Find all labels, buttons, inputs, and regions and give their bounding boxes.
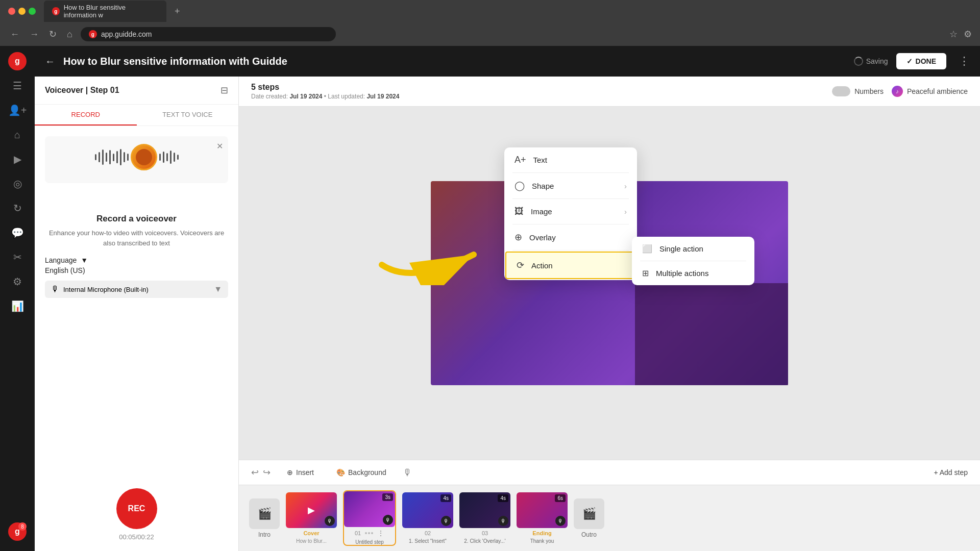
done-button[interactable]: ✓ DONE xyxy=(896,53,946,69)
insert-button[interactable]: ⊕ Insert xyxy=(281,465,320,480)
timeline-item-01[interactable]: 3s 🎙 01 ⋮ Untitled step xyxy=(343,490,396,546)
circle-icon: ◎ xyxy=(13,178,22,190)
sidebar-user-avatar[interactable]: g 8 xyxy=(6,520,29,543)
language-dropdown[interactable]: ▼ xyxy=(81,256,88,264)
timeline-item-ending[interactable]: 6s 🎙 Ending Thank you xyxy=(517,492,568,544)
sidebar-item-add-user[interactable]: 👤+ xyxy=(6,99,29,121)
settings-icon[interactable]: ⚙ xyxy=(964,29,972,40)
sidebar-item-menu[interactable]: ☰ xyxy=(6,74,29,97)
music-badge[interactable]: ♪ Peaceful ambience xyxy=(892,86,968,97)
sidebar-logo[interactable]: g xyxy=(6,50,29,72)
wave-bar-5 xyxy=(109,150,111,164)
step01-dots xyxy=(365,532,373,534)
wave-bar-1 xyxy=(95,154,96,160)
menu-item-overlay[interactable]: ⊕ Overlay xyxy=(504,224,637,250)
numbers-toggle[interactable]: Numbers xyxy=(832,86,884,96)
overlay-menu-icon: ⊕ xyxy=(514,232,522,243)
date-created: Jul 19 2024 xyxy=(289,93,322,100)
nav-home[interactable]: ⌂ xyxy=(65,27,75,42)
sidebar-item-circle[interactable]: ◎ xyxy=(6,172,29,195)
undo-button[interactable]: ↩ xyxy=(251,467,259,478)
insert-label: Insert xyxy=(296,468,314,477)
dot-minimize[interactable] xyxy=(18,8,26,15)
multiple-actions-icon: ⊞ xyxy=(642,268,649,278)
mic-text: Internal Microphone (Built-in) xyxy=(63,286,210,293)
sidebar-item-home[interactable]: ⌂ xyxy=(6,123,29,146)
single-action-label: Single action xyxy=(659,244,703,253)
new-tab-button[interactable]: + xyxy=(175,6,180,17)
menu-item-shape[interactable]: ◯ Shape › xyxy=(504,173,637,198)
browser-actions: ☆ ⚙ xyxy=(949,29,972,40)
shape-arrow-icon: › xyxy=(624,182,627,190)
wave-bar-13 xyxy=(166,153,168,161)
sidebar-item-puzzle[interactable]: ⚙ xyxy=(6,270,29,293)
rec-button[interactable]: REC xyxy=(116,488,157,529)
redo-button[interactable]: ↪ xyxy=(263,467,271,478)
music-label: Peaceful ambience xyxy=(907,87,968,95)
step03-thumb: 4s 🎙 xyxy=(459,492,510,528)
mic-icon: 🎙 xyxy=(51,285,59,294)
add-step-button[interactable]: + Add step xyxy=(934,468,968,477)
step01-label: Untitled step xyxy=(355,539,384,545)
sidebar-item-chart[interactable]: 📊 xyxy=(6,295,29,317)
language-value: English (US) xyxy=(45,266,228,274)
address-bar[interactable]: g app.guidde.com xyxy=(81,27,336,41)
waveform xyxy=(53,144,220,170)
dropdown-arrow: ▼ xyxy=(81,256,88,264)
step01-more[interactable]: ⋮ xyxy=(377,529,384,537)
left-panel: Voiceover | Step 01 ⊟ RECORD TEXT TO VOI… xyxy=(35,77,239,551)
step03-mic-icon: 🎙 xyxy=(498,516,508,526)
record-title: Record a voiceover xyxy=(45,214,228,224)
audio-button[interactable]: 🎙 xyxy=(403,467,412,478)
editor-controls: Numbers ♪ Peaceful ambience xyxy=(832,86,968,97)
ending-thumb: 6s 🎙 xyxy=(517,492,568,528)
timeline-item-outro[interactable]: 🎬 Outro xyxy=(574,498,604,538)
timeline[interactable]: 🎬 Intro ▶ 🎙 Cover How to Blur xyxy=(239,485,980,551)
more-button[interactable]: ⋮ xyxy=(959,55,970,68)
mic-selector[interactable]: 🎙 Internal Microphone (Built-in) ▼ xyxy=(45,281,228,298)
close-preview-button[interactable]: ✕ xyxy=(216,141,223,151)
submenu-multiple-actions[interactable]: ⊞ Multiple actions xyxy=(632,261,754,285)
back-button[interactable]: ← xyxy=(45,56,55,67)
cover-thumb: ▶ 🎙 xyxy=(286,492,337,528)
notification-badge: 8 xyxy=(18,522,27,531)
step02-label: 1. Select "Insert" xyxy=(409,538,447,544)
date-updated-prefix: • Last updated: xyxy=(324,93,365,100)
dot-close[interactable] xyxy=(8,8,15,15)
caption-icon[interactable]: ⊟ xyxy=(220,85,228,96)
image-menu-icon: 🖼 xyxy=(514,206,524,217)
shape-menu-icon: ◯ xyxy=(514,180,525,191)
voiceover-content: ✕ xyxy=(35,126,238,488)
sidebar-item-chat[interactable]: 💬 xyxy=(6,221,29,244)
bookmark-icon[interactable]: ☆ xyxy=(949,29,958,40)
tab-record[interactable]: RECORD xyxy=(35,105,137,126)
timer-display: 00:05/00:22 xyxy=(35,533,238,541)
tab-tts[interactable]: TEXT TO VOICE xyxy=(137,105,239,126)
saving-indicator: Saving xyxy=(854,57,888,66)
timeline-item-cover[interactable]: ▶ 🎙 Cover How to Blur... xyxy=(286,492,337,544)
background-button[interactable]: 🎨 Background xyxy=(330,465,393,480)
browser-tab[interactable]: g How to Blur sensitive information w xyxy=(44,1,166,22)
nav-refresh[interactable]: ↻ xyxy=(47,27,59,42)
timeline-item-03[interactable]: 4s 🎙 03 2. Click 'Overlay...' xyxy=(459,492,510,544)
menu-item-action[interactable]: ⟳ Action xyxy=(505,252,636,279)
timeline-item-02[interactable]: 4s 🎙 02 1. Select "Insert" xyxy=(402,492,453,544)
top-bar: ← How to Blur sensitive information with… xyxy=(35,46,980,77)
step01-number: 01 xyxy=(355,530,361,536)
timeline-item-intro[interactable]: 🎬 Intro xyxy=(249,498,280,538)
submenu-single-action[interactable]: ⬜ Single action xyxy=(632,237,754,261)
sidebar-item-video[interactable]: ▶ xyxy=(6,148,29,170)
menu-item-image[interactable]: 🖼 Image › xyxy=(504,199,637,224)
toggle-switch[interactable] xyxy=(832,86,850,96)
sidebar-item-tools[interactable]: ✂ xyxy=(6,246,29,268)
step02-thumb: 4s 🎙 xyxy=(402,492,453,528)
date-updated: Jul 19 2024 xyxy=(366,93,399,100)
app-container: g ☰ 👤+ ⌂ ▶ ◎ ↻ 💬 ✂ ⚙ 📊 xyxy=(0,46,980,551)
wave-bar-16 xyxy=(177,155,179,160)
nav-back[interactable]: ← xyxy=(8,27,21,42)
sidebar-item-refresh[interactable]: ↻ xyxy=(6,197,29,219)
nav-forward[interactable]: → xyxy=(28,27,41,42)
dot-maximize[interactable] xyxy=(29,8,36,15)
content-area: Voiceover | Step 01 ⊟ RECORD TEXT TO VOI… xyxy=(35,77,980,551)
menu-item-text[interactable]: A+ Text xyxy=(504,147,637,172)
